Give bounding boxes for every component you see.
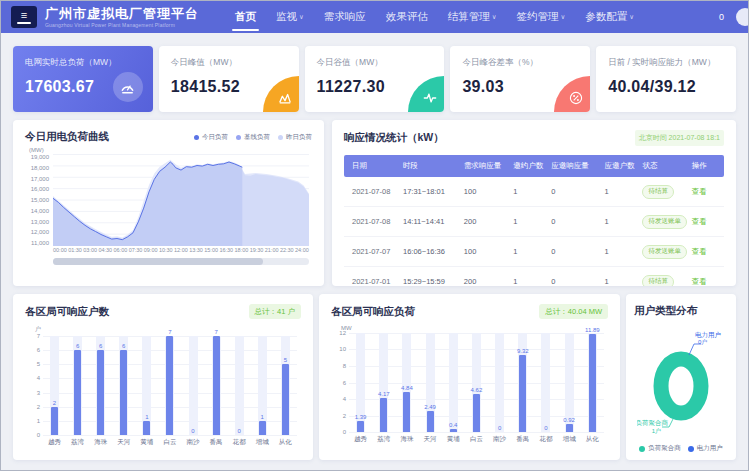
view-link[interactable]: 查看 <box>692 277 707 286</box>
y-tick-label: 4 <box>27 375 40 381</box>
nav-item-1[interactable]: 监视∨ <box>266 1 314 33</box>
bar-value-label: 1 <box>132 414 162 420</box>
x-tick-label: 从化 <box>278 438 292 447</box>
table-cell-action: 查看 <box>690 267 724 287</box>
user-avatar[interactable] <box>736 8 749 26</box>
table-cell: 2021-07-01 <box>344 267 401 287</box>
kpi-label: 今日峰值（MW） <box>171 57 287 69</box>
x-tick-label: 00:00 <box>53 247 67 253</box>
load-total-badge: 总计：40.04 MW <box>539 304 608 319</box>
table-cell: 0 <box>549 207 602 237</box>
legend-item-0[interactable]: 今日负荷 <box>194 133 228 142</box>
bar-天河: 6 <box>118 336 130 435</box>
bar-海珠: 6 <box>95 336 107 435</box>
nav-item-3[interactable]: 效果评估 <box>376 1 438 33</box>
bar-fill <box>473 394 480 432</box>
nav-item-4[interactable]: 结算管理∨ <box>438 1 507 33</box>
bar-track <box>449 333 458 432</box>
load-unit-label: MW <box>341 325 608 331</box>
callout-line <box>689 344 701 355</box>
y-tick-label: 3 <box>27 390 40 396</box>
donut-legend-item-1[interactable]: 电力用户 <box>688 444 723 453</box>
main-nav: 首页监视∨需求响应效果评估结算管理∨签约管理∨参数配置∨ <box>225 1 644 33</box>
chart-zoom-slider[interactable] <box>53 258 309 265</box>
donut-legend-item-0[interactable]: 负荷聚合商 <box>639 444 681 453</box>
bar-白云: 7 <box>164 336 176 435</box>
bar-value-label: 2 <box>40 400 70 406</box>
legend-dot <box>639 446 645 452</box>
nav-item-2[interactable]: 需求响应 <box>314 1 376 33</box>
y-tick-label: 18,000 <box>25 165 49 171</box>
x-tick-label: 番禺 <box>209 438 223 447</box>
grid-line: 0 <box>349 432 604 433</box>
table-row: 2021-07-0817:31~18:01100101待结算查看 <box>344 177 724 207</box>
table-cell: 1 <box>602 177 640 207</box>
bar-天河: 2.49 <box>424 333 436 432</box>
x-tick-label: 黄埔 <box>140 438 154 447</box>
bar-fill <box>450 429 457 432</box>
table-cell: 1 <box>511 207 549 237</box>
table-column-header: 状态 <box>640 155 689 177</box>
bar-fill <box>166 336 173 435</box>
x-tick-label: 荔湾 <box>71 438 85 447</box>
bar-value-label: 0.4 <box>438 422 468 428</box>
bar-track <box>541 333 550 432</box>
bar-黄埔: 1 <box>141 336 153 435</box>
y-tick-label: 16,000 <box>25 186 49 192</box>
table-cell: 2021-07-08 <box>344 177 401 207</box>
response-table: 日期时段需求响应量邀约户数应邀响应量应邀户数状态操作 2021-07-0817:… <box>344 155 724 286</box>
notification-count[interactable]: 0 <box>719 12 724 22</box>
bar-value-label: 5 <box>270 357 300 363</box>
bar-fill <box>589 334 596 432</box>
chart-zoom-slider-handle[interactable] <box>53 258 263 265</box>
legend-item-2[interactable]: 昨日负荷 <box>278 133 312 142</box>
donut-ring <box>661 359 701 413</box>
y-tick-label: 1 <box>27 418 40 424</box>
x-tick-label: 03:00 <box>83 247 97 253</box>
nav-item-6[interactable]: 参数配置∨ <box>575 1 644 33</box>
x-tick-label: 15:00 <box>204 247 218 253</box>
district-households-panel: 各区局可响应户数 总计：41 户 户 7654321026661707015 越… <box>13 294 313 460</box>
nav-item-0[interactable]: 首页 <box>225 1 266 33</box>
y-tick-label: 12 <box>333 330 346 336</box>
top-navbar: ≡ 广州市虚拟电厂管理平台 Guangzhou Virtual Power Pl… <box>1 1 748 33</box>
x-tick-label: 21:00 <box>265 247 279 253</box>
kpi-label: 电网实时总负荷（MW） <box>25 57 141 69</box>
bar-value-label: 0 <box>224 428 254 434</box>
nav-item-5[interactable]: 签约管理∨ <box>507 1 576 33</box>
view-link[interactable]: 查看 <box>692 187 707 196</box>
district-load-x-axis: 越秀荔湾海珠天河黄埔白云南沙番禺花都增城从化 <box>349 435 604 444</box>
bar-番禺: 7 <box>210 336 222 435</box>
load-curve-panel: 今日用电负荷曲线 今日负荷基线负荷昨日负荷 (MW) 19,00018,0001… <box>13 120 324 286</box>
response-stats-panel: 响应情况统计（kW） 北京时间 2021-07-08 18:1 日期时段需求响应… <box>332 120 736 286</box>
view-link[interactable]: 查看 <box>692 247 707 256</box>
kpi-card-1: 今日峰值（MW）18415.52 <box>159 46 299 112</box>
x-tick-label: 06:00 <box>114 247 128 253</box>
bar-track <box>235 336 244 435</box>
legend-dot <box>194 135 199 140</box>
legend-dot <box>688 446 694 452</box>
bar-fill <box>282 364 289 435</box>
y-tick-label: 2 <box>333 413 346 419</box>
table-cell: 0 <box>549 177 602 207</box>
bar-从化: 11.89 <box>586 333 598 432</box>
table-cell: 100 <box>462 177 511 207</box>
legend-item-1[interactable]: 基线负荷 <box>236 133 270 142</box>
y-tick-label: 0 <box>27 432 40 438</box>
district-households-x-axis: 越秀荔湾海珠天河黄埔白云南沙番禺花都增城从化 <box>43 438 297 447</box>
table-cell-status: 待结算 <box>640 267 689 287</box>
load-curve-legend: 今日负荷基线负荷昨日负荷 <box>194 133 312 142</box>
x-tick-label: 越秀 <box>354 435 368 444</box>
table-cell-status: 待发送账单 <box>640 207 689 237</box>
x-tick-label: 白云 <box>163 438 177 447</box>
table-cell: 200 <box>462 267 511 287</box>
bar-value-label: 4.62 <box>461 387 491 393</box>
bar-track <box>189 336 198 435</box>
table-column-header: 应邀响应量 <box>549 155 602 177</box>
kpi-card-3: 今日峰谷差率（%）39.03 <box>450 46 590 112</box>
y-tick-label: 8 <box>333 363 346 369</box>
user-type-title: 用户类型分布 <box>634 304 728 318</box>
view-link[interactable]: 查看 <box>692 217 707 226</box>
table-column-header: 时段 <box>401 155 462 177</box>
status-badge: 待结算 <box>642 185 674 199</box>
